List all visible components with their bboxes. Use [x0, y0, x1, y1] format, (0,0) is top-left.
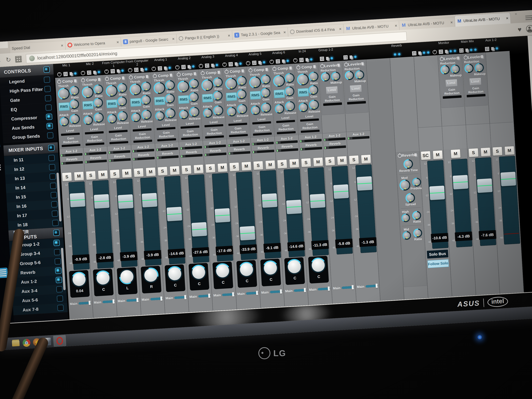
- ratio-knob[interactable]: [117, 83, 127, 93]
- tab-close-icon[interactable]: ×: [172, 37, 175, 41]
- solo-button[interactable]: S: [133, 168, 144, 177]
- mute-button[interactable]: M: [122, 169, 132, 178]
- sidebar-item-checkbox[interactable]: [56, 286, 63, 292]
- sidebar-item-checkbox[interactable]: [51, 201, 57, 208]
- main-slider-handle[interactable]: [280, 289, 282, 294]
- rms-button[interactable]: RMS: [226, 92, 237, 101]
- sidebar-item-checkbox[interactable]: [52, 210, 58, 217]
- trim-knob-icon[interactable]: [152, 66, 156, 71]
- matrix-icon[interactable]: [181, 65, 186, 69]
- release-knob[interactable]: [165, 108, 176, 119]
- fader-cap[interactable]: [167, 207, 182, 221]
- send-handle[interactable]: [181, 155, 185, 158]
- ratio-knob[interactable]: [213, 77, 223, 87]
- close-button[interactable]: ×: [514, 12, 517, 16]
- main-slider[interactable]: [79, 302, 91, 305]
- pan-knob[interactable]: [286, 259, 302, 275]
- site-badge-icon[interactable]: [29, 55, 35, 61]
- led-icon[interactable]: [239, 63, 241, 65]
- solo-clear-button[interactable]: SC: [420, 151, 431, 160]
- power-icon[interactable]: [177, 73, 181, 77]
- solo-button[interactable]: S: [492, 146, 502, 156]
- power-icon[interactable]: [81, 78, 85, 82]
- ratio-knob[interactable]: [69, 86, 80, 96]
- copy-icon[interactable]: [234, 62, 237, 66]
- matrix-icon[interactable]: [439, 50, 443, 54]
- rail-list-icon[interactable]: [0, 268, 8, 279]
- rms-button[interactable]: RMS: [58, 102, 70, 111]
- copy-icon[interactable]: [211, 63, 214, 67]
- section-checkbox[interactable]: [53, 229, 60, 236]
- led-icon[interactable]: [330, 57, 333, 59]
- copy-settings-icon[interactable]: [313, 65, 316, 68]
- profile-icon[interactable]: [526, 25, 532, 33]
- copy-settings-icon[interactable]: [146, 75, 148, 78]
- ratio-knob[interactable]: [189, 79, 199, 89]
- power-icon[interactable]: [248, 68, 253, 72]
- sidebar-item-checkbox[interactable]: [44, 86, 51, 92]
- tab-close-icon[interactable]: ×: [506, 16, 508, 21]
- makeup-knob[interactable]: [450, 64, 460, 74]
- main-slider[interactable]: [270, 290, 282, 293]
- trim-knob-icon[interactable]: [128, 68, 132, 72]
- sidebar-item-checkbox[interactable]: [45, 104, 52, 111]
- ratio-knob[interactable]: [308, 71, 319, 82]
- mute-button[interactable]: M: [480, 147, 491, 157]
- copy-icon[interactable]: [418, 51, 421, 55]
- ratio-knob[interactable]: [261, 74, 271, 85]
- copy-icon[interactable]: [305, 58, 308, 61]
- led-icon[interactable]: [496, 47, 498, 50]
- attack-knob[interactable]: [203, 108, 213, 118]
- copy-settings-icon[interactable]: [170, 74, 172, 77]
- led-icon[interactable]: [449, 50, 452, 52]
- solo-button[interactable]: S: [86, 171, 96, 180]
- attack-knob[interactable]: [251, 105, 261, 115]
- thresh-knob[interactable]: [153, 82, 166, 94]
- rail-group-icon[interactable]: [0, 164, 1, 173]
- gain-knob[interactable]: [69, 99, 79, 109]
- reload-button[interactable]: ↻: [6, 57, 11, 63]
- main-slider[interactable]: [198, 295, 211, 298]
- led-icon[interactable]: [398, 53, 400, 55]
- attack-knob[interactable]: [59, 117, 69, 127]
- copy-settings-icon[interactable]: [98, 78, 100, 81]
- sidebar-item-checkbox[interactable]: [48, 155, 55, 161]
- mute-button[interactable]: M: [337, 156, 347, 165]
- matrix-icon[interactable]: [205, 63, 209, 68]
- taskbar-opera-button[interactable]: [53, 335, 66, 347]
- tab-close-icon[interactable]: ×: [284, 30, 286, 35]
- copy-settings-icon[interactable]: [122, 76, 124, 80]
- mute-button[interactable]: M: [193, 164, 203, 174]
- reduction-knob[interactable]: [345, 70, 354, 80]
- sidebar-item-checkbox[interactable]: [49, 164, 55, 171]
- mute-button[interactable]: M: [217, 163, 228, 172]
- copy-settings-icon[interactable]: [337, 63, 340, 67]
- sidebar-item-checkbox[interactable]: [50, 183, 57, 189]
- matrix-icon[interactable]: [252, 61, 256, 65]
- mid-ratio-knob[interactable]: [413, 228, 422, 238]
- trim-knob-icon[interactable]: [222, 63, 227, 67]
- copy-icon[interactable]: [326, 57, 329, 60]
- copy-settings-icon[interactable]: [289, 66, 292, 70]
- section-checkbox[interactable]: [43, 66, 50, 73]
- main-slider-handle[interactable]: [304, 288, 306, 292]
- limit-button[interactable]: Limit: [445, 79, 458, 87]
- reverb-time-knob[interactable]: [403, 159, 413, 169]
- copy-settings-icon[interactable]: [241, 69, 244, 72]
- thresh-knob[interactable]: [225, 78, 237, 90]
- main-slider-handle[interactable]: [256, 291, 258, 295]
- matrix-icon[interactable]: [87, 70, 91, 75]
- ratio-knob[interactable]: [237, 76, 247, 86]
- copy-icon[interactable]: [93, 70, 96, 74]
- rms-button[interactable]: RMS: [298, 88, 309, 97]
- send-handle[interactable]: [301, 148, 305, 151]
- matrix-icon[interactable]: [276, 59, 280, 63]
- gain-knob[interactable]: [284, 86, 295, 96]
- monitor-power-led[interactable]: [478, 335, 482, 339]
- ratio-knob[interactable]: [141, 81, 151, 92]
- copy-settings-icon[interactable]: [481, 55, 483, 58]
- power-icon[interactable]: [272, 67, 276, 71]
- main-slider[interactable]: [222, 293, 234, 296]
- main-slider-handle[interactable]: [375, 284, 378, 288]
- gain-knob[interactable]: [93, 98, 103, 108]
